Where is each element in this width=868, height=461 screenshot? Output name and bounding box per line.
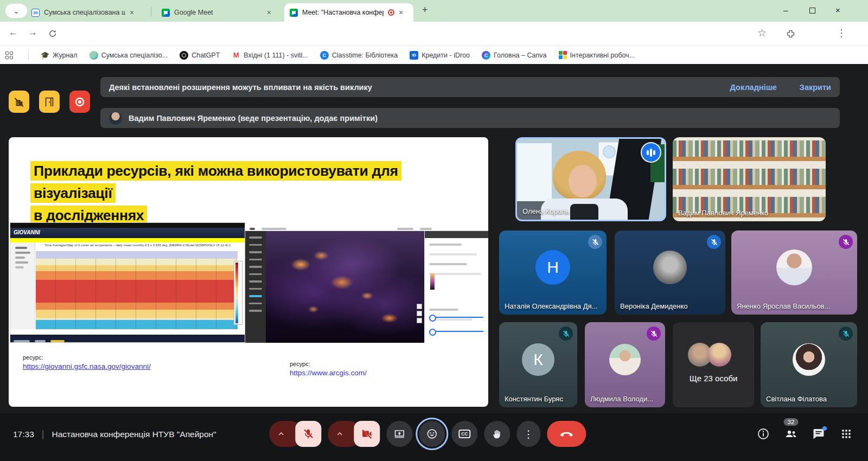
bookmark-canva[interactable]: C Головна – Canva	[482, 51, 547, 60]
giovanni-history-panel	[10, 242, 35, 329]
mic-control-group	[269, 421, 321, 447]
door-open-indicator[interactable]	[39, 91, 60, 113]
mic-muted-icon	[559, 326, 573, 341]
bookmark-gmail[interactable]: M Вхідні (1 111) - svitl...	[232, 51, 308, 60]
more-participants-tile[interactable]: Ще 23 особи	[673, 322, 754, 407]
camera-control-group	[328, 421, 380, 447]
close-tab-icon[interactable]: ×	[267, 9, 271, 16]
participant-tile-svitlana[interactable]: Світлана Філатова	[761, 322, 857, 407]
layer-panel-header	[425, 231, 488, 238]
tab-title: Google Meet	[174, 9, 213, 16]
bookmark-school[interactable]: Сумська спеціалізо...	[90, 51, 168, 60]
camera-off-button[interactable]	[354, 421, 380, 447]
window-maximize-button[interactable]	[809, 8, 815, 14]
captions-button[interactable]: CC	[451, 421, 477, 447]
back-icon[interactable]: ←	[9, 27, 18, 38]
resource-block-giovanni: ресурс: https://giovanni.gsfc.nasa.gov/g…	[23, 354, 151, 370]
bookmark-star-icon[interactable]: ☆	[757, 27, 767, 39]
shared-presentation[interactable]: Приклади ресурсів, які можна використову…	[9, 137, 488, 407]
presenter-banner: Вадим Павлович Яременко (веде презентаці…	[100, 108, 840, 128]
extensions-icon[interactable]	[786, 29, 796, 39]
bookmark-label: ChatGPT	[192, 52, 220, 59]
mic-muted-icon	[707, 235, 721, 249]
new-tab-button[interactable]: +	[422, 4, 428, 16]
tab-school[interactable]: 30 Сумська спеціалізована школа ×	[26, 3, 146, 22]
avatar-photo	[707, 343, 731, 367]
giovanni-map-caption: Time Averaged Map of 2-meter air tempera…	[37, 244, 238, 247]
browser-menu-icon[interactable]: ⋮	[837, 27, 846, 39]
person-face	[569, 165, 597, 197]
participant-tile-veronika[interactable]: Вероніка Демиденко	[615, 230, 725, 315]
participant-tile-olena[interactable]: Олена Король	[515, 137, 666, 221]
bookmark-classtime[interactable]: C Classtime: Бібліотека	[320, 51, 398, 60]
more-options-button[interactable]: ⋮	[516, 421, 540, 447]
speaking-indicator-icon	[642, 143, 660, 162]
arcgis-screenshot	[245, 222, 488, 343]
bookmark-label: Кредити - iDroo	[422, 52, 470, 59]
chat-button[interactable]	[812, 427, 825, 440]
participant-tile-lyudmyla[interactable]: Людмила Володи...	[585, 322, 665, 407]
mic-muted-icon	[839, 326, 853, 341]
browser-toolbar: ← → meet.google.com/wfb-rjad-nwo?authuse…	[0, 22, 868, 46]
bookmark-label: Інтерактивні робоч...	[570, 52, 635, 59]
close-tab-icon[interactable]: ×	[399, 9, 403, 16]
range-slider	[429, 331, 483, 332]
tab-strip: ⌄ 30 Сумська спеціалізована школа × Goog…	[0, 0, 868, 22]
graduation-cap-icon: 🎓	[41, 51, 49, 60]
giovanni-link[interactable]: https://giovanni.gsfc.nasa.gov/giovanni/	[23, 362, 151, 370]
forward-icon[interactable]: →	[28, 27, 37, 38]
participant-name: Яненко Ярослав Васильов...	[737, 302, 830, 310]
participant-tile-vadym[interactable]: Вадим Павлович Яременко	[673, 137, 826, 221]
raise-hand-button[interactable]	[484, 421, 510, 447]
tab-search-button[interactable]: ⌄	[5, 4, 27, 18]
map-colorbar	[234, 261, 242, 325]
close-tab-icon[interactable]: ×	[130, 9, 134, 16]
participant-name: Вероніка Демиденко	[620, 302, 688, 310]
side-panel-icon[interactable]	[5, 52, 13, 59]
warning-text: Деякі встановлені розширення можуть впли…	[109, 83, 372, 92]
bookmark-zhurnal[interactable]: 🎓 Журнал	[41, 51, 78, 60]
participant-tile-natalia[interactable]: Н Наталія Олександрівна Дя...	[499, 230, 607, 315]
temperature-map	[36, 259, 238, 329]
participant-name: Людмила Володи...	[590, 395, 653, 403]
dismiss-button[interactable]: Закрити	[800, 83, 831, 92]
participants-grid: Олена Король Вадим Павлович Яременко Н Н…	[497, 137, 866, 415]
activities-button[interactable]	[840, 427, 853, 440]
clock: 17:33	[13, 430, 34, 439]
avatar-initial: К	[522, 343, 554, 376]
bookmark-idroo[interactable]: iD Кредити - iDroo	[410, 51, 470, 60]
present-screen-button[interactable]	[386, 421, 412, 447]
tab-meet-active[interactable]: Meet: "Настановча конфер ×	[284, 3, 413, 22]
mic-off-button[interactable]	[295, 421, 321, 447]
reload-icon[interactable]	[48, 29, 58, 39]
giovanni-header: GIOVANNI	[10, 228, 245, 238]
resource-label: ресурс:	[23, 354, 43, 361]
call-controls: CC ⋮	[269, 421, 586, 447]
person-shirt	[570, 204, 598, 221]
reactions-button[interactable]	[419, 421, 445, 447]
map-margin	[36, 251, 238, 259]
extension-warning-banner: Деякі встановлені розширення можуть впли…	[100, 77, 840, 97]
window-close-button[interactable]: ×	[835, 5, 840, 15]
details-button[interactable]: Докладніше	[730, 83, 777, 92]
tab-title: Сумська спеціалізована школа	[44, 9, 125, 16]
arcgis-link[interactable]: https://www.arcgis.com/	[290, 369, 367, 377]
end-call-button[interactable]	[547, 421, 586, 447]
bookshelf-row	[673, 140, 826, 161]
bookmark-worksheets[interactable]: Інтерактивні робоч...	[559, 51, 635, 59]
bookmark-label: Вхідні (1 111) - svitl...	[244, 52, 308, 59]
arcgis-layer-panel	[424, 231, 488, 343]
window-minimize-button[interactable]: –	[783, 5, 788, 15]
recording-active-indicator[interactable]	[69, 91, 90, 113]
meeting-details-button[interactable]	[757, 427, 770, 440]
participant-tile-kostyantyn[interactable]: К Констянтин Буряс	[499, 322, 577, 407]
participant-tile-yanenko[interactable]: Яненко Ярослав Васильов...	[731, 230, 857, 315]
participants-button[interactable]: 32	[784, 427, 797, 440]
room-hardware-off-indicator[interactable]	[9, 91, 29, 113]
tab-google-meet[interactable]: Google Meet ×	[156, 3, 277, 22]
bookmarks-bar: 🎓 Журнал Сумська спеціалізо... ChatGPT M…	[0, 46, 868, 64]
bookmark-chatgpt[interactable]: ChatGPT	[180, 51, 220, 60]
participant-name: Світлана Філатова	[766, 395, 827, 403]
participant-name: Вадим Павлович Яременко	[678, 209, 768, 217]
more-participants-label: Ще 23 особи	[673, 374, 754, 383]
